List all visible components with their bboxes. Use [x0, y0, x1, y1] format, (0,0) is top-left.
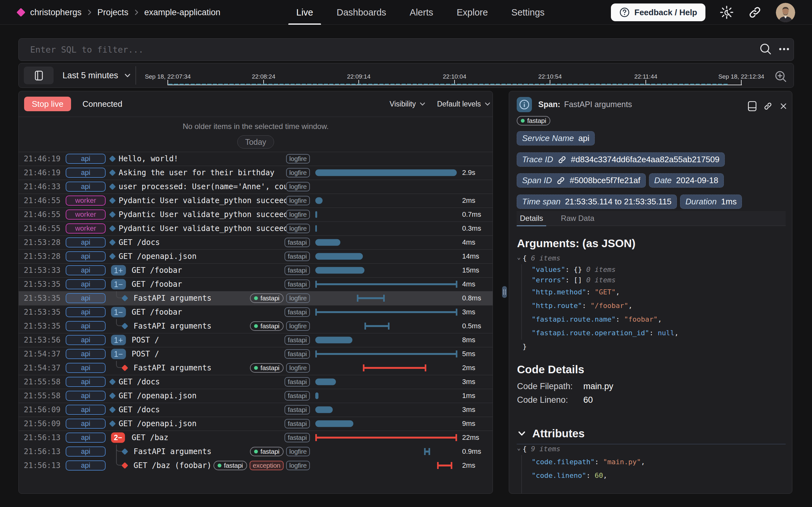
service-tag-api[interactable]: api: [66, 377, 106, 387]
nav-tab-live[interactable]: Live: [296, 0, 313, 25]
trace-row[interactable]: 21:46:19apiAsking the user for their bir…: [19, 166, 493, 180]
service-tag-api[interactable]: api: [66, 405, 106, 415]
service-tag-api[interactable]: api: [66, 447, 106, 457]
row-tag-logfire: logfire: [286, 461, 310, 470]
meta-row: Trace ID#d834c3374dd6fa2e4aa82a55ab21750…: [517, 153, 725, 167]
nav-tab-alerts[interactable]: Alerts: [410, 0, 433, 25]
service-tag-api[interactable]: api: [66, 293, 106, 303]
trace-row[interactable]: 21:53:28apiGET /docsfastapi4ms: [19, 235, 493, 249]
row-tag-fastapi: fastapi: [250, 293, 284, 303]
children-toggle-badge[interactable]: 2−: [111, 433, 125, 443]
service-tag-api[interactable]: api: [66, 265, 106, 275]
live-view-controls: Visibility Default levels: [390, 100, 491, 108]
service-tag-api[interactable]: api: [66, 237, 106, 247]
row-content: user processed: User(name='Anne', countr…: [106, 180, 286, 193]
service-tag-api[interactable]: api: [66, 181, 106, 192]
trace-row[interactable]: 21:46:55workerPydantic User validate_pyt…: [19, 222, 493, 235]
panel-resize-handle[interactable]: [502, 286, 507, 298]
service-tag-api[interactable]: api: [66, 279, 106, 289]
trace-row[interactable]: 21:53:35apiFastAPI argumentsfastapilogfi…: [19, 291, 493, 305]
row-tag-fastapi: fastapi: [285, 433, 310, 442]
trace-row[interactable]: 21:53:56api1+POST /fastapi8ms: [19, 333, 493, 347]
service-tag-api[interactable]: api: [66, 418, 106, 429]
attributes-heading[interactable]: Attributes: [517, 427, 585, 440]
service-tag-api[interactable]: api: [66, 363, 106, 373]
trace-row[interactable]: 21:56:09apiGET /docsfastapi3ms: [19, 403, 493, 417]
chevron-down-icon: [419, 100, 426, 108]
service-tag-worker[interactable]: worker: [66, 223, 106, 233]
visibility-dropdown[interactable]: Visibility: [390, 100, 426, 108]
duration-bar: [315, 406, 333, 413]
service-tag-api[interactable]: api: [66, 349, 106, 359]
trace-row[interactable]: 21:56:13api2−GET /bazfastapi22ms: [19, 431, 493, 445]
breadcrumb-project-name[interactable]: example-application: [144, 8, 220, 17]
visibility-label: Visibility: [390, 100, 416, 108]
default-levels-dropdown[interactable]: Default levels: [437, 100, 491, 108]
service-tag-api[interactable]: api: [66, 154, 106, 164]
service-tag-api[interactable]: api: [66, 433, 106, 443]
dock-panel-icon[interactable]: [748, 101, 757, 112]
children-toggle-badge[interactable]: 1+: [111, 265, 126, 276]
time-range-dropdown[interactable]: Last 5 minutes: [62, 63, 132, 88]
nav-tab-explore[interactable]: Explore: [457, 0, 488, 25]
feedback-help-button[interactable]: Feedback / Help: [611, 3, 705, 21]
nav-tab-settings[interactable]: Settings: [511, 0, 545, 25]
trace-row[interactable]: 21:53:35api1−GET /foobarfastapi3ms: [19, 305, 493, 319]
breadcrumb-projects[interactable]: Projects: [97, 8, 129, 17]
trace-row[interactable]: 21:54:37apiFastAPI argumentsfastapilogfi…: [19, 361, 493, 375]
trace-row[interactable]: 21:55:58apiGET /openapi.jsonfastapi1ms: [19, 389, 493, 403]
row-duration: 4ms: [462, 280, 493, 288]
trace-row[interactable]: 21:54:37api1−POST /fastapi5ms: [19, 347, 493, 361]
trace-row[interactable]: 21:56:13apiFastAPI argumentsfastapilogfi…: [19, 445, 493, 458]
trace-row[interactable]: 21:53:35apiFastAPI argumentsfastapilogfi…: [19, 319, 493, 333]
trace-row[interactable]: 21:46:33apiuser processed: User(name='An…: [19, 180, 493, 193]
row-duration-lane: [315, 389, 457, 403]
trace-row[interactable]: 21:46:55workerPydantic User validate_pyt…: [19, 208, 493, 222]
service-tag-api[interactable]: api: [66, 251, 106, 262]
more-options-icon[interactable]: [778, 43, 791, 57]
children-toggle-badge[interactable]: 1−: [111, 349, 126, 359]
link-icon[interactable]: [558, 155, 566, 164]
close-icon[interactable]: [779, 102, 788, 112]
copy-link-icon[interactable]: [748, 5, 762, 19]
detail-tab-raw-data[interactable]: Raw Data: [558, 211, 597, 226]
service-tag-worker[interactable]: worker: [66, 210, 106, 220]
today-button[interactable]: Today: [237, 135, 274, 149]
nav-tab-dashboards[interactable]: Dashboards: [337, 0, 386, 25]
service-tag-api[interactable]: api: [66, 168, 106, 178]
trace-row[interactable]: 21:46:55workerPydantic User validate_pyt…: [19, 193, 493, 208]
trace-row[interactable]: 21:46:19apiHello, world!logfire: [19, 152, 493, 166]
theme-toggle-icon[interactable]: [719, 5, 734, 20]
copy-link-icon[interactable]: [763, 102, 772, 112]
sidebar-toggle-button[interactable]: [24, 66, 54, 84]
children-toggle-badge[interactable]: 1−: [111, 279, 126, 290]
service-tag-api[interactable]: api: [66, 460, 106, 470]
trace-row[interactable]: 21:56:09apiGET /openapi.jsonfastapi9ms: [19, 417, 493, 431]
row-tags: fastapilogfire: [250, 363, 310, 373]
trace-row[interactable]: 21:56:13apiGET /baz (foobar)fastapiexcep…: [19, 458, 493, 472]
logfire-logo[interactable]: [16, 8, 26, 17]
service-tag-api[interactable]: api: [66, 335, 106, 345]
service-tag-api[interactable]: api: [66, 321, 106, 331]
trace-row[interactable]: 21:53:35api1−GET /foobarfastapi4ms: [19, 277, 493, 291]
sql-filter-input[interactable]: Enter SQL to filter...: [18, 38, 794, 61]
children-toggle-badge[interactable]: 1−: [111, 307, 126, 318]
service-tag-worker[interactable]: worker: [66, 195, 106, 206]
breadcrumb-org[interactable]: christophergs: [30, 8, 82, 17]
row-timestamp: 21:46:55: [24, 210, 66, 219]
children-toggle-badge[interactable]: 1+: [111, 335, 126, 345]
search-icon[interactable]: [759, 42, 773, 57]
detail-tab-details[interactable]: Details: [517, 211, 546, 226]
link-icon[interactable]: [556, 176, 565, 185]
trace-row[interactable]: 21:53:33api1+GET /foobarfastapi15ms: [19, 263, 493, 277]
row-tag-fastapi: fastapi: [285, 349, 310, 359]
row-tags: logfire: [286, 210, 310, 219]
service-tag-api[interactable]: api: [66, 391, 106, 401]
trace-row[interactable]: 21:53:28apiGET /openapi.jsonfastapi14ms: [19, 249, 493, 263]
service-tag-api[interactable]: api: [66, 307, 106, 317]
zoom-in-icon[interactable]: [774, 70, 788, 85]
trace-row[interactable]: 21:55:58apiGET /docsfastapi3ms: [19, 375, 493, 389]
user-avatar[interactable]: [776, 3, 795, 22]
stop-live-button[interactable]: Stop live: [24, 97, 71, 111]
row-duration: 0.3ms: [462, 224, 493, 233]
